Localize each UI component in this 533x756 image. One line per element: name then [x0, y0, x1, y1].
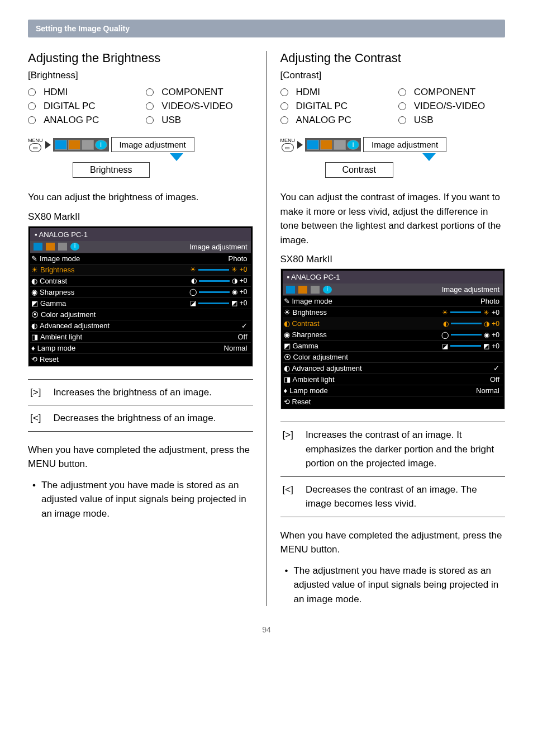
tab-icon	[307, 140, 319, 150]
tab-icon	[311, 286, 320, 294]
info-icon: i	[70, 243, 79, 251]
intro-text: You can adjust the contrast of images. I…	[280, 190, 506, 247]
osd-row-advanced: ◐ Advanced adjustment✓	[283, 362, 503, 374]
subtitle-contrast: [Contrast]	[280, 70, 506, 81]
osd-screenshot-contrast: ▪ ANALOG PC-1 i Image adjustment ✎ Image…	[280, 268, 506, 409]
arrow-right-icon	[297, 141, 303, 149]
input-hdmi: HDMI	[28, 87, 135, 98]
direction-decrease: [<] Decreases the brightness of an image…	[28, 405, 253, 432]
osd-row-reset: ⟲ Reset	[283, 396, 503, 407]
arrow-right-icon	[45, 141, 51, 149]
bullet-icon	[285, 564, 288, 607]
radio-icon	[146, 88, 154, 96]
menu-tabs: i	[53, 138, 109, 152]
osd-row-lamp: ♦ Lamp modeNormal	[30, 342, 251, 353]
osd-row-color: ⦿ Color adjustment	[283, 351, 503, 362]
input-digitalpc: DIGITAL PC	[280, 101, 387, 112]
arrow-down-icon	[422, 153, 436, 161]
direction-increase: [>] Increases the contrast of an image. …	[280, 422, 506, 477]
tab-icon	[46, 243, 55, 251]
osd-row-brightness: ☀ Brightness☀☀ +0	[283, 306, 503, 318]
radio-icon	[280, 88, 288, 96]
menu-tabs: i	[305, 138, 361, 152]
intro-text: You can adjust the brightness of images.	[28, 190, 253, 205]
input-component: COMPONENT	[398, 87, 505, 98]
osd-row-imagemode: ✎ Image modePhoto	[283, 295, 503, 306]
bullet-note: The adjustment you have made is stored a…	[28, 478, 253, 521]
menu-button-icon: MENU ▭	[280, 138, 296, 152]
osd-row-gamma: ◩ Gamma◪◩ +0	[30, 297, 251, 309]
osd-source: ▪ ANALOG PC-1	[30, 228, 251, 241]
tab-icon	[68, 140, 80, 150]
menu-button-icon: MENU ▭	[28, 138, 43, 152]
tab-icon	[58, 243, 67, 251]
section-title-contrast: Adjusting the Contrast	[280, 51, 506, 65]
osd-row-lamp: ♦ Lamp modeNormal	[283, 385, 503, 396]
input-hdmi: HDMI	[280, 87, 387, 98]
input-usb: USB	[398, 115, 505, 126]
menu-path-diagram: MENU ▭ i Image adjustment Contrast	[280, 137, 506, 178]
osd-row-imagemode: ✎ Image modePhoto	[30, 253, 251, 264]
input-component: COMPONENT	[146, 87, 253, 98]
direction-increase: [>] Increases the brightness of an image…	[28, 380, 253, 406]
osd-row-ambient: ◨ Ambient lightOff	[283, 374, 503, 385]
osd-row-brightness: ☀ Brightness☀☀ +0	[30, 264, 251, 275]
tab-icon	[334, 140, 346, 150]
page-number: 94	[28, 625, 505, 634]
osd-row-gamma: ◩ Gamma◪◩ +0	[283, 340, 503, 351]
menu-label: Image adjustment	[111, 137, 194, 152]
input-list: HDMI COMPONENT DIGITAL PC VIDEO/S-VIDEO …	[280, 87, 506, 126]
tab-icon	[286, 286, 295, 294]
model-name: SX80 MarkII	[280, 254, 506, 265]
osd-row-reset: ⟲ Reset	[30, 353, 251, 365]
osd-row-sharpness: ◉ Sharpness◯◉ +0	[283, 329, 503, 340]
radio-icon	[398, 88, 406, 96]
submenu-contrast: Contrast	[325, 162, 393, 178]
direction-decrease: [<] Decreases the contrast of an image. …	[280, 477, 506, 517]
tab-icon	[55, 140, 67, 150]
input-analogpc: ANALOG PC	[280, 115, 387, 126]
section-title-brightness: Adjusting the Brightness	[28, 51, 253, 65]
osd-row-ambient: ◨ Ambient lightOff	[30, 331, 251, 342]
radio-icon	[28, 102, 36, 110]
arrow-down-icon	[170, 153, 183, 161]
info-icon: i	[347, 140, 359, 150]
osd-row-contrast: ◐ Contrast◐◑ +0	[30, 275, 251, 286]
closing-text: When you have completed the adjustment, …	[28, 443, 253, 471]
input-videos: VIDEO/S-VIDEO	[146, 101, 253, 112]
page-header: Setting the Image Quality	[28, 20, 505, 37]
closing-text: When you have completed the adjustment, …	[280, 528, 506, 557]
left-column: Adjusting the Brightness [Brightness] HD…	[28, 51, 267, 606]
tab-icon	[34, 243, 42, 251]
direction-table: [>] Increases the contrast of an image. …	[280, 422, 506, 517]
tab-icon	[298, 286, 307, 294]
menu-path-diagram: MENU ▭ i Image adjustment Brightness	[28, 137, 253, 178]
input-digitalpc: DIGITAL PC	[28, 101, 135, 112]
tab-icon	[320, 140, 332, 150]
info-icon: i	[95, 140, 107, 150]
radio-icon	[280, 116, 288, 124]
radio-icon	[280, 102, 288, 110]
bullet-icon	[32, 478, 36, 521]
radio-icon	[146, 102, 154, 110]
osd-row-color: ⦿ Color adjustment	[30, 309, 251, 320]
two-column-layout: Adjusting the Brightness [Brightness] HD…	[28, 51, 505, 606]
input-analogpc: ANALOG PC	[28, 115, 135, 126]
bullet-note: The adjustment you have made is stored a…	[280, 564, 506, 607]
tab-icon	[82, 140, 94, 150]
osd-row-sharpness: ◉ Sharpness◯◉ +0	[30, 286, 251, 297]
osd-source: ▪ ANALOG PC-1	[283, 271, 503, 284]
info-icon: i	[323, 286, 332, 294]
model-name: SX80 MarkII	[28, 211, 253, 223]
radio-icon	[28, 88, 36, 96]
radio-icon	[146, 116, 154, 124]
subtitle-brightness: [Brightness]	[28, 70, 253, 81]
osd-row-advanced: ◐ Advanced adjustment✓	[30, 320, 251, 331]
input-usb: USB	[146, 115, 253, 126]
osd-screenshot-brightness: ▪ ANALOG PC-1 i Image adjustment ✎ Image…	[28, 226, 253, 367]
radio-icon	[28, 116, 36, 124]
submenu-brightness: Brightness	[73, 162, 150, 178]
menu-label: Image adjustment	[363, 137, 446, 152]
osd-row-contrast: ◐ Contrast◐◑ +0	[283, 318, 503, 329]
input-list: HDMI COMPONENT DIGITAL PC VIDEO/S-VIDEO …	[28, 87, 253, 126]
